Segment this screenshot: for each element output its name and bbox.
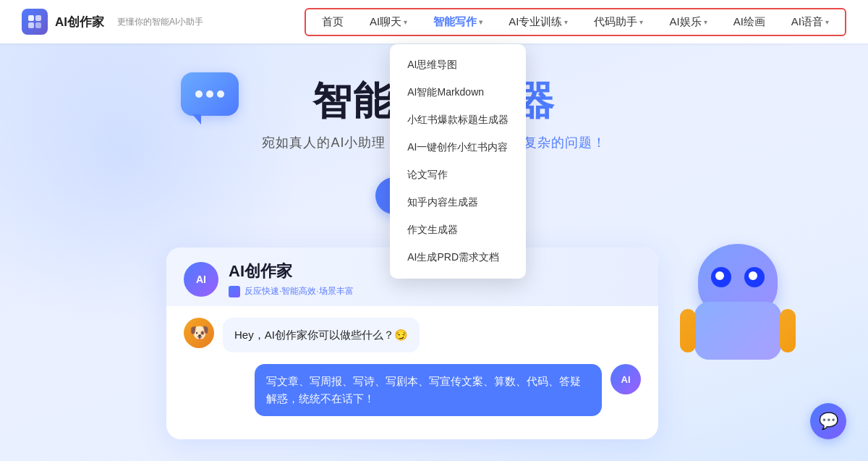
svg-rect-1 (35, 15, 41, 21)
smart-writing-menu: AI思维导图 AI智能Markdown 小红书爆款标题生成器 AI一键创作小红书… (390, 44, 526, 279)
menu-item-composition[interactable]: 作文生成器 (390, 216, 526, 244)
nav-ai-painting[interactable]: AI绘画 (720, 11, 778, 33)
assist-icon: 💬 (819, 412, 838, 431)
header: AI创作家 更懂你的智能AI小助手 首页 AI聊天 ▾ 智能写作 ▾ AI思维导… (0, 0, 868, 43)
hero-subtitle-part1: 宛如真人的AI小助理， (262, 135, 399, 150)
nav-code-helper[interactable]: 代码助手 ▾ (581, 11, 656, 33)
logo-name: AI创作家 (55, 14, 104, 30)
logo-area: AI创作家 更懂你的智能AI小助手 (22, 9, 203, 35)
robot-eye-inner-right (749, 271, 757, 280)
bot-info: AI创作家 反应快速·智能高效·场景丰富 (229, 261, 354, 297)
user-avatar: 🐶 (184, 318, 214, 348)
nav-ai-voice[interactable]: AI语音 ▾ (778, 11, 842, 33)
nav-ai-training[interactable]: AI专业训练 ▾ (495, 11, 581, 33)
menu-item-title-gen[interactable]: 小红书爆款标题生成器 (390, 106, 526, 134)
chevron-down-icon: ▾ (404, 18, 407, 26)
robot-figure (665, 244, 810, 403)
logo-icon (22, 9, 48, 35)
svg-rect-3 (35, 22, 41, 28)
nav-ai-chat[interactable]: AI聊天 ▾ (357, 11, 420, 33)
badge-icon (229, 286, 240, 297)
bot-desc: 反应快速·智能高效·场景丰富 (244, 285, 354, 297)
chat-message-user: 🐶 Hey，AI创作家你可以做些什么？😏 (184, 318, 641, 352)
nav-home[interactable]: 首页 (309, 11, 357, 33)
bot-badges: 反应快速·智能高效·场景丰富 (229, 285, 354, 297)
robot-eye-inner-left (715, 271, 724, 280)
floating-assist-button[interactable]: 💬 (810, 403, 846, 439)
nav-smart-writing[interactable]: 智能写作 ▾ (420, 11, 495, 33)
chevron-down-icon: ▾ (564, 18, 568, 26)
menu-item-essay[interactable]: 论文写作 (390, 161, 526, 189)
logo-tagline: 更懂你的智能AI小助手 (117, 16, 203, 28)
svg-rect-2 (28, 22, 34, 28)
nav-ai-entertainment[interactable]: AI娱乐 ▾ (656, 11, 720, 33)
chat-message-bot: AI 写文章、写周报、写诗、写剧本、写宣传文案、算数、代码、答疑解惑，统统不在话… (184, 364, 641, 416)
svg-rect-0 (28, 15, 34, 21)
chevron-down-icon: ▾ (639, 18, 643, 26)
chevron-down-icon: ▾ (704, 18, 707, 26)
bot-name: AI创作家 (229, 261, 354, 282)
chevron-down-icon: ▾ (479, 18, 482, 26)
robot-eye-left (711, 267, 731, 287)
menu-item-mind-map[interactable]: AI思维导图 (390, 51, 526, 79)
robot-eye-right (744, 267, 765, 287)
robot-arm-right (780, 309, 796, 352)
menu-item-xiaohongshu[interactable]: AI一键创作小红书内容 (390, 134, 526, 161)
robot-body (680, 244, 796, 360)
bot-avatar: AI (610, 364, 641, 394)
robot-arm-left (680, 309, 696, 352)
robot-torso (694, 302, 781, 360)
chat-messages: 🐶 Hey，AI创作家你可以做些什么？😏 AI 写文章、写周报、写诗、写剧本、写… (166, 306, 658, 439)
menu-item-zhihu[interactable]: 知乎内容生成器 (390, 189, 526, 216)
bot-avatar-placeholder: AI (184, 262, 218, 297)
menu-item-markdown[interactable]: AI智能Markdown (390, 79, 526, 106)
chevron-down-icon: ▾ (825, 18, 829, 26)
hero-title-part1: 智能 (312, 79, 393, 122)
menu-item-prd[interactable]: AI生成PRD需求文档 (390, 244, 526, 271)
bot-bubble: 写文章、写周报、写诗、写剧本、写宣传文案、算数、代码、答疑解惑，统统不在话下！ (255, 364, 602, 416)
main-nav: 首页 AI聊天 ▾ 智能写作 ▾ AI思维导图 AI智能Markdown 小红书… (305, 8, 846, 36)
smart-writing-dropdown[interactable]: 智能写作 ▾ AI思维导图 AI智能Markdown 小红书爆款标题生成器 AI… (420, 11, 495, 33)
user-bubble: Hey，AI创作家你可以做些什么？😏 (223, 318, 420, 352)
